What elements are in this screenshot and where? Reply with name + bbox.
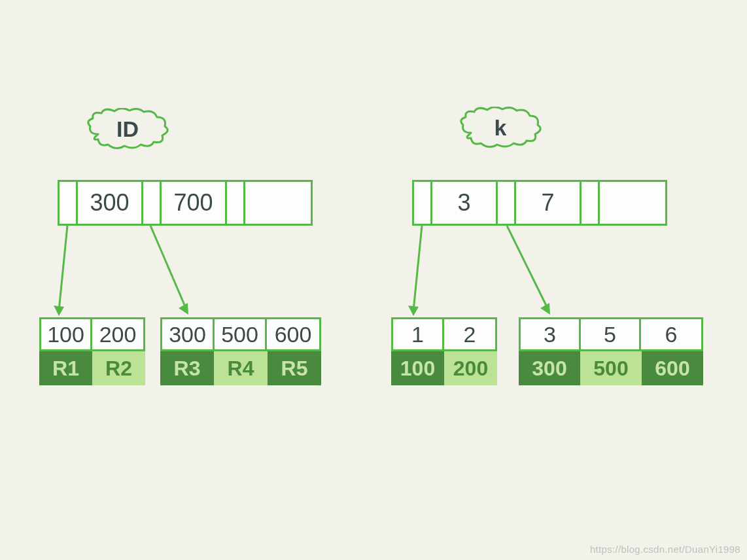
svg-marker-1	[54, 306, 64, 316]
arrow-left-1	[44, 226, 84, 324]
arrow-left-2	[141, 226, 206, 324]
leaf-rec: R5	[268, 351, 321, 385]
left-leaf-1: 100 200 R1 R2	[39, 317, 145, 385]
leaf-key: 6	[641, 319, 701, 349]
root-key: 300	[78, 182, 143, 224]
root-key-empty	[245, 182, 311, 224]
svg-line-6	[507, 226, 548, 309]
left-root-node: 300 700	[58, 180, 313, 226]
leaf-rec: 100	[391, 351, 444, 385]
arrow-right-2	[497, 226, 569, 324]
leaf-rec: R2	[92, 351, 145, 385]
leaf-key: 2	[444, 319, 495, 349]
ptr-cell	[60, 182, 78, 224]
root-key: 7	[516, 182, 582, 224]
ptr-cell	[143, 182, 162, 224]
leaf-key: 300	[162, 319, 215, 349]
label-id: ID	[116, 116, 139, 142]
label-k: k	[495, 115, 507, 141]
right-leaf-1: 1 2 100 200	[391, 317, 497, 385]
leaf-rec: 200	[444, 351, 497, 385]
svg-marker-5	[408, 306, 419, 316]
ptr-cell	[582, 182, 600, 224]
left-leaf-2: 300 500 600 R3 R4 R5	[160, 317, 321, 385]
leaf-rec: 300	[519, 351, 580, 385]
ptr-cell	[498, 182, 516, 224]
leaf-key: 1	[393, 319, 444, 349]
svg-line-2	[150, 226, 186, 309]
right-root-node: 3 7	[412, 180, 667, 226]
leaf-rec: R4	[214, 351, 268, 385]
leaf-rec: R3	[160, 351, 214, 385]
leaf-key: 100	[41, 319, 92, 349]
ptr-cell	[227, 182, 245, 224]
leaf-key: 3	[521, 319, 581, 349]
root-key: 3	[432, 182, 498, 224]
svg-line-4	[413, 226, 422, 311]
watermark: https://blog.csdn.net/DuanYi1998	[590, 544, 740, 555]
leaf-key: 600	[267, 319, 319, 349]
svg-marker-7	[540, 303, 550, 315]
svg-line-0	[59, 226, 67, 311]
leaf-rec: 600	[642, 351, 703, 385]
right-leaf-2: 3 5 6 300 500 600	[519, 317, 703, 385]
svg-marker-3	[179, 303, 188, 315]
leaf-key: 5	[581, 319, 641, 349]
cloud-label-left: ID	[85, 108, 170, 150]
root-key: 700	[162, 182, 227, 224]
root-key-empty	[600, 182, 665, 224]
leaf-rec: 500	[580, 351, 642, 385]
leaf-key: 500	[215, 319, 267, 349]
leaf-key: 200	[92, 319, 143, 349]
arrow-right-1	[399, 226, 438, 324]
leaf-rec: R1	[39, 351, 92, 385]
ptr-cell	[414, 182, 432, 224]
cloud-label-right: k	[458, 107, 543, 149]
